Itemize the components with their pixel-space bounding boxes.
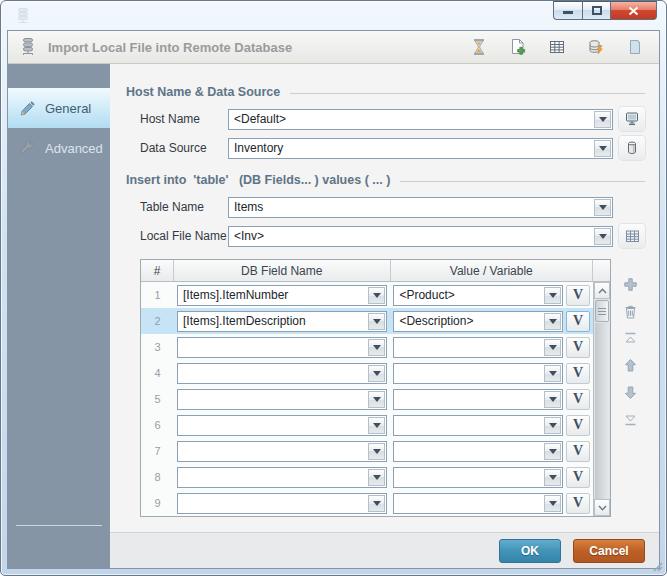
db-field-cell bbox=[174, 415, 390, 436]
value-combo[interactable] bbox=[393, 415, 563, 436]
row-number: 1 bbox=[141, 289, 174, 301]
chevron-down-icon[interactable] bbox=[368, 339, 385, 356]
db-field-combo[interactable] bbox=[177, 467, 387, 488]
host-name-combo[interactable]: <Default> bbox=[228, 109, 613, 130]
chevron-down-icon[interactable] bbox=[368, 287, 385, 304]
data-source-picker-button[interactable] bbox=[619, 136, 645, 160]
chevron-down-icon[interactable] bbox=[368, 443, 385, 460]
value-cell: V bbox=[390, 467, 593, 488]
local-file-picker-button[interactable] bbox=[619, 224, 645, 248]
table-name-combo[interactable]: Items bbox=[228, 197, 613, 218]
resize-grip[interactable] bbox=[651, 560, 663, 572]
local-file-name-combo[interactable]: <Inv> bbox=[228, 226, 613, 247]
ok-button[interactable]: OK bbox=[499, 539, 561, 563]
table-body-wrap: 1[Items].ItemNumber<Product>V2[Items].It… bbox=[141, 282, 610, 516]
chevron-down-icon[interactable] bbox=[368, 313, 385, 330]
chevron-down-icon[interactable] bbox=[544, 365, 561, 382]
delete-row-icon[interactable] bbox=[621, 302, 639, 320]
chevron-down-icon[interactable] bbox=[368, 365, 385, 382]
value-combo[interactable] bbox=[393, 467, 563, 488]
chevron-down-icon[interactable] bbox=[594, 111, 611, 128]
chevron-down-icon[interactable] bbox=[544, 313, 561, 330]
chevron-down-icon[interactable] bbox=[594, 140, 611, 157]
host-picker-button[interactable] bbox=[619, 107, 645, 131]
sidebar-item-general[interactable]: General bbox=[8, 88, 110, 128]
triangle-glyph bbox=[373, 293, 381, 298]
title-bar[interactable] bbox=[1, 1, 666, 30]
row-number: 4 bbox=[141, 367, 174, 379]
table-name-row: Table Name Items bbox=[140, 196, 649, 218]
scrollbar-track[interactable] bbox=[595, 323, 609, 499]
table-row[interactable]: 8V bbox=[141, 464, 593, 490]
table-row[interactable]: 4V bbox=[141, 360, 593, 386]
value-combo[interactable] bbox=[393, 363, 563, 384]
add-file-icon[interactable] bbox=[508, 37, 528, 57]
table-row[interactable]: 6V bbox=[141, 412, 593, 438]
chevron-down-icon[interactable] bbox=[544, 391, 561, 408]
chevron-down-icon[interactable] bbox=[594, 228, 611, 245]
value-combo[interactable] bbox=[393, 441, 563, 462]
value-combo[interactable]: <Product> bbox=[393, 285, 563, 306]
chevron-down-icon[interactable] bbox=[544, 287, 561, 304]
cancel-button[interactable]: Cancel bbox=[573, 539, 645, 563]
sidebar-item-advanced[interactable]: Advanced bbox=[8, 128, 110, 168]
variable-button[interactable]: V bbox=[566, 311, 590, 332]
variable-button[interactable]: V bbox=[566, 415, 590, 436]
pencil-edit-icon bbox=[19, 100, 36, 117]
hourglass-icon[interactable] bbox=[469, 37, 489, 57]
value-combo[interactable] bbox=[393, 337, 563, 358]
chevron-down-icon[interactable] bbox=[544, 443, 561, 460]
data-source-combo[interactable]: Inventory bbox=[228, 138, 613, 159]
table-grid-icon[interactable] bbox=[547, 37, 567, 57]
variable-button[interactable]: V bbox=[566, 467, 590, 488]
variable-button[interactable]: V bbox=[566, 389, 590, 410]
variable-button[interactable]: V bbox=[566, 337, 590, 358]
chevron-down-icon[interactable] bbox=[544, 495, 561, 512]
variable-button[interactable]: V bbox=[566, 285, 590, 306]
close-button[interactable] bbox=[611, 1, 657, 20]
move-up-icon[interactable] bbox=[621, 356, 639, 374]
table-row[interactable]: 2[Items].ItemDescription<Description>V bbox=[141, 308, 593, 334]
db-field-combo[interactable] bbox=[177, 337, 387, 358]
move-top-icon[interactable] bbox=[621, 329, 639, 347]
chevron-down-icon[interactable] bbox=[544, 417, 561, 434]
minimize-button[interactable] bbox=[553, 1, 583, 20]
table-row[interactable]: 7V bbox=[141, 438, 593, 464]
table-row[interactable]: 5V bbox=[141, 386, 593, 412]
db-field-combo[interactable] bbox=[177, 389, 387, 410]
chevron-down-icon[interactable] bbox=[368, 417, 385, 434]
value-combo[interactable] bbox=[393, 389, 563, 410]
db-field-combo[interactable]: [Items].ItemNumber bbox=[177, 285, 387, 306]
value-combo[interactable]: <Description> bbox=[393, 311, 563, 332]
move-down-icon[interactable] bbox=[621, 383, 639, 401]
table-row[interactable]: 1[Items].ItemNumber<Product>V bbox=[141, 282, 593, 308]
database-execute-icon[interactable] bbox=[586, 37, 606, 57]
chevron-down-icon[interactable] bbox=[368, 495, 385, 512]
variable-button[interactable]: V bbox=[566, 493, 590, 514]
table-row[interactable]: 3V bbox=[141, 334, 593, 360]
maximize-button[interactable] bbox=[583, 1, 611, 20]
db-field-combo[interactable]: [Items].ItemDescription bbox=[177, 311, 387, 332]
note-icon[interactable] bbox=[625, 37, 645, 57]
mapping-table-body: 1[Items].ItemNumber<Product>V2[Items].It… bbox=[141, 282, 593, 516]
table-scrollbar[interactable] bbox=[593, 282, 610, 516]
db-field-combo[interactable] bbox=[177, 415, 387, 436]
move-bottom-icon[interactable] bbox=[621, 410, 639, 428]
chevron-down-icon[interactable] bbox=[594, 199, 611, 216]
variable-button[interactable]: V bbox=[566, 441, 590, 462]
chevron-down-icon[interactable] bbox=[544, 339, 561, 356]
scroll-down-button[interactable] bbox=[594, 499, 610, 516]
chevron-down-icon[interactable] bbox=[368, 469, 385, 486]
db-field-combo[interactable] bbox=[177, 363, 387, 384]
value-combo[interactable] bbox=[393, 493, 563, 514]
table-row[interactable]: 9V bbox=[141, 490, 593, 516]
chevron-down-icon[interactable] bbox=[544, 469, 561, 486]
scrollbar-thumb[interactable] bbox=[595, 300, 609, 322]
chevron-down-icon[interactable] bbox=[368, 391, 385, 408]
db-field-combo[interactable] bbox=[177, 493, 387, 514]
db-field-combo[interactable] bbox=[177, 441, 387, 462]
data-source-row: Data Source Inventory bbox=[140, 137, 649, 159]
add-row-icon[interactable] bbox=[621, 275, 639, 293]
variable-button[interactable]: V bbox=[566, 363, 590, 384]
scroll-up-button[interactable] bbox=[594, 282, 610, 299]
